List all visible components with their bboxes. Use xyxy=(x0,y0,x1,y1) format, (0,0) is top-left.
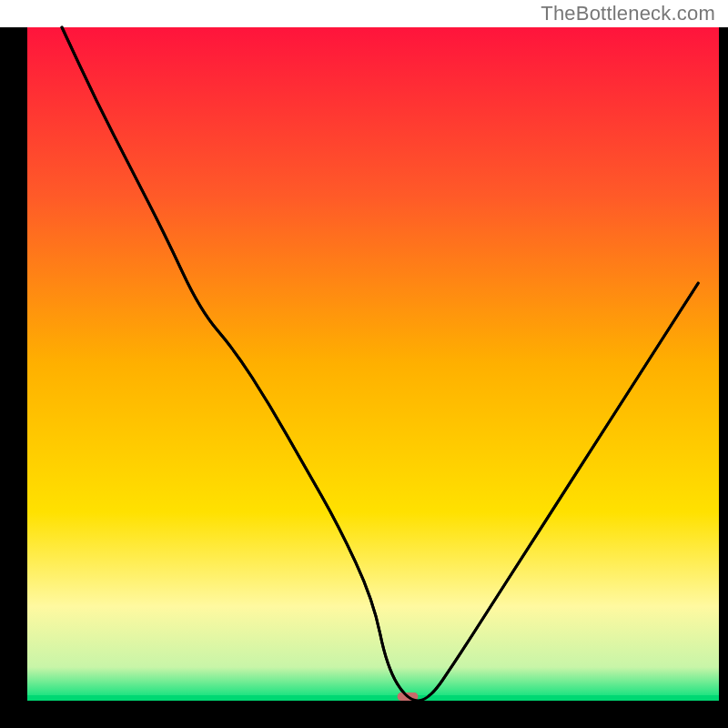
svg-rect-0 xyxy=(27,27,719,701)
watermark-text: TheBottleneck.com xyxy=(541,2,715,25)
svg-rect-1 xyxy=(0,27,27,701)
svg-rect-5 xyxy=(27,695,719,701)
svg-rect-2 xyxy=(719,27,728,701)
svg-rect-3 xyxy=(0,701,728,728)
bottleneck-chart xyxy=(0,0,728,728)
chart-stage: TheBottleneck.com xyxy=(0,0,728,728)
